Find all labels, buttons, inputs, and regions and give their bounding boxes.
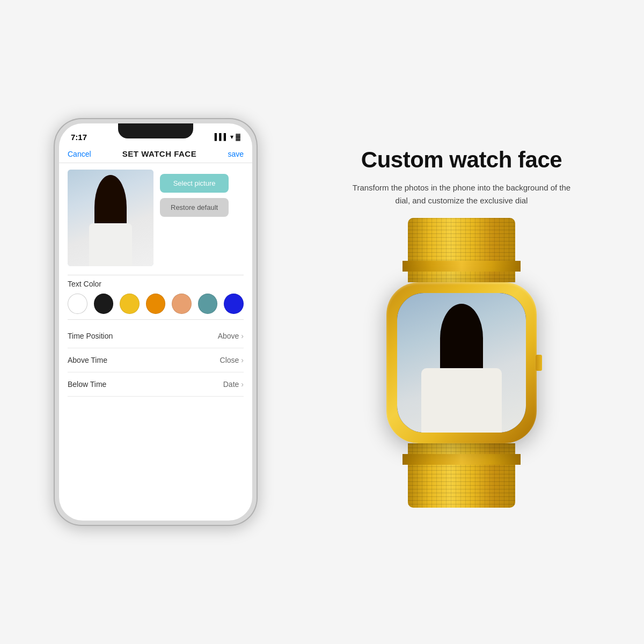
restore-default-button[interactable]: Restore default xyxy=(160,198,229,217)
watch-band-connector-top xyxy=(402,261,521,272)
signal-icon: ▌▌▌ xyxy=(215,133,229,141)
time-position-value: Above › xyxy=(218,332,244,340)
phone-notch xyxy=(118,123,193,138)
status-time: 7:17 xyxy=(71,133,87,142)
feature-description: Transform the photos in the phone into t… xyxy=(349,181,574,207)
divider-2 xyxy=(68,319,244,320)
status-icons: ▌▌▌ ▾ ▓ xyxy=(215,133,240,141)
screen-title: SET WATCH FACE xyxy=(122,149,196,158)
color-peach[interactable] xyxy=(172,294,192,314)
below-time-text: Date xyxy=(223,380,239,389)
watch-case xyxy=(386,282,537,443)
setting-row-below-time[interactable]: Below Time Date › xyxy=(68,372,244,397)
text-color-section: Text Color xyxy=(68,280,244,314)
watch-display-photo xyxy=(397,293,526,433)
battery-icon: ▓ xyxy=(236,133,240,141)
above-time-text: Close xyxy=(220,356,239,364)
color-circles xyxy=(68,294,244,314)
below-time-label: Below Time xyxy=(68,380,106,389)
time-position-text: Above xyxy=(218,332,239,340)
time-position-label: Time Position xyxy=(68,332,113,340)
above-time-chevron: › xyxy=(241,356,244,364)
watch-wrapper xyxy=(360,229,564,497)
color-blue[interactable] xyxy=(224,294,244,314)
color-teal[interactable] xyxy=(198,294,218,314)
girl-hair xyxy=(94,175,127,229)
above-time-value: Close › xyxy=(220,356,244,364)
watch-band-bottom xyxy=(408,443,515,508)
feature-title: Custom watch face xyxy=(361,147,562,173)
phone-wrapper: 7:17 ▌▌▌ ▾ ▓ Cancel SET WATCH FACE save xyxy=(27,118,284,526)
phone-inner: 7:17 ▌▌▌ ▾ ▓ Cancel SET WATCH FACE save xyxy=(59,123,252,521)
phone-content: Cancel SET WATCH FACE save xyxy=(59,145,252,521)
app-header: Cancel SET WATCH FACE save xyxy=(59,145,252,163)
right-section: Custom watch face Transform the photos i… xyxy=(306,147,617,497)
setting-row-above-time[interactable]: Above Time Close › xyxy=(68,348,244,372)
color-white[interactable] xyxy=(68,294,87,314)
girl-body xyxy=(89,223,132,266)
preview-image xyxy=(68,170,153,266)
below-time-value: Date › xyxy=(223,380,244,389)
above-time-label: Above Time xyxy=(68,356,107,364)
color-orange[interactable] xyxy=(146,294,166,314)
app-body: Select picture Restore default Text Colo… xyxy=(59,163,252,521)
phone-mockup: 7:17 ▌▌▌ ▾ ▓ Cancel SET WATCH FACE save xyxy=(54,118,258,526)
wifi-icon: ▾ xyxy=(230,133,233,141)
text-color-label: Text Color xyxy=(68,280,244,288)
save-button[interactable]: save xyxy=(228,150,244,158)
watch-screen xyxy=(397,293,526,433)
preview-buttons: Select picture Restore default xyxy=(160,170,229,266)
preview-row: Select picture Restore default xyxy=(68,170,244,266)
time-position-chevron: › xyxy=(241,332,244,340)
setting-row-time-position[interactable]: Time Position Above › xyxy=(68,324,244,348)
select-picture-button[interactable]: Select picture xyxy=(160,174,229,193)
color-yellow[interactable] xyxy=(120,294,140,314)
main-container: 7:17 ▌▌▌ ▾ ▓ Cancel SET WATCH FACE save xyxy=(27,27,617,617)
watch-band-top xyxy=(408,218,515,282)
girl-photo-preview xyxy=(68,170,153,266)
color-black[interactable] xyxy=(94,294,114,314)
divider-1 xyxy=(68,275,244,275)
watch-band-connector-bottom xyxy=(402,454,521,465)
cancel-button[interactable]: Cancel xyxy=(68,150,91,158)
watch-girl-body xyxy=(421,368,502,433)
watch-crown-button[interactable] xyxy=(536,355,542,371)
below-time-chevron: › xyxy=(241,380,244,389)
